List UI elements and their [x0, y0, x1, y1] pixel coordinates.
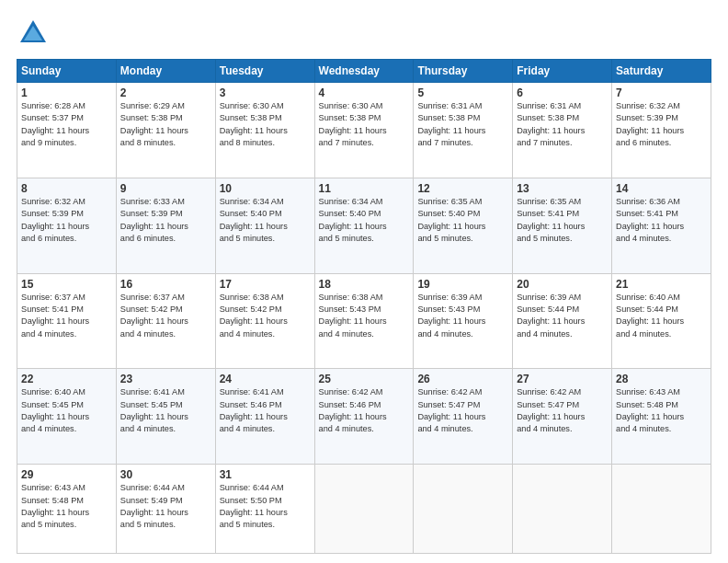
day-info: Sunrise: 6:33 AM Sunset: 5:39 PM Dayligh… [120, 196, 211, 245]
calendar-cell: 7Sunrise: 6:32 AM Sunset: 5:39 PM Daylig… [612, 83, 711, 178]
day-info: Sunrise: 6:39 AM Sunset: 5:43 PM Dayligh… [417, 292, 508, 340]
day-number: 24 [220, 373, 311, 385]
day-number: 11 [319, 182, 410, 195]
day-number: 30 [120, 468, 211, 481]
calendar-cell: 11Sunrise: 6:34 AM Sunset: 5:40 PM Dayli… [314, 178, 414, 273]
calendar-cell: 13Sunrise: 6:35 AM Sunset: 5:41 PM Dayli… [513, 178, 612, 273]
day-info: Sunrise: 6:44 AM Sunset: 5:50 PM Dayligh… [220, 482, 311, 531]
day-number: 4 [319, 86, 410, 99]
day-number: 19 [417, 278, 508, 291]
day-info: Sunrise: 6:37 AM Sunset: 5:42 PM Dayligh… [120, 292, 211, 340]
calendar-cell: 27Sunrise: 6:42 AM Sunset: 5:47 PM Dayli… [513, 369, 612, 465]
day-info: Sunrise: 6:30 AM Sunset: 5:38 PM Dayligh… [319, 100, 410, 149]
day-number: 17 [220, 278, 311, 291]
logo [17, 17, 53, 50]
calendar-cell: 18Sunrise: 6:38 AM Sunset: 5:43 PM Dayli… [314, 273, 414, 369]
day-number: 13 [517, 182, 608, 195]
calendar-cell: 17Sunrise: 6:38 AM Sunset: 5:42 PM Dayli… [215, 273, 314, 369]
weekday-header: Thursday [414, 60, 513, 83]
calendar-cell: 19Sunrise: 6:39 AM Sunset: 5:43 PM Dayli… [414, 273, 513, 369]
day-info: Sunrise: 6:32 AM Sunset: 5:39 PM Dayligh… [21, 196, 112, 245]
day-number: 1 [21, 86, 112, 99]
weekday-header: Saturday [612, 60, 711, 83]
calendar-cell: 21Sunrise: 6:40 AM Sunset: 5:44 PM Dayli… [612, 273, 711, 369]
calendar-cell: 28Sunrise: 6:43 AM Sunset: 5:48 PM Dayli… [612, 369, 711, 465]
calendar-cell: 1Sunrise: 6:28 AM Sunset: 5:37 PM Daylig… [17, 83, 117, 178]
day-number: 18 [319, 278, 410, 291]
weekday-header: Monday [116, 60, 215, 83]
calendar-cell: 14Sunrise: 6:36 AM Sunset: 5:41 PM Dayli… [612, 178, 711, 273]
day-info: Sunrise: 6:38 AM Sunset: 5:42 PM Dayligh… [220, 292, 311, 340]
day-info: Sunrise: 6:35 AM Sunset: 5:41 PM Dayligh… [517, 196, 608, 245]
day-number: 12 [417, 182, 508, 195]
day-info: Sunrise: 6:43 AM Sunset: 5:48 PM Dayligh… [21, 482, 112, 531]
calendar-cell: 30Sunrise: 6:44 AM Sunset: 5:49 PM Dayli… [116, 465, 215, 554]
day-info: Sunrise: 6:29 AM Sunset: 5:38 PM Dayligh… [120, 100, 211, 149]
day-number: 9 [120, 182, 211, 195]
weekday-header: Tuesday [215, 60, 314, 83]
day-info: Sunrise: 6:34 AM Sunset: 5:40 PM Dayligh… [220, 196, 311, 245]
day-number: 27 [517, 373, 608, 385]
day-number: 31 [220, 468, 311, 481]
calendar-cell: 26Sunrise: 6:42 AM Sunset: 5:47 PM Dayli… [414, 369, 513, 465]
day-info: Sunrise: 6:44 AM Sunset: 5:49 PM Dayligh… [120, 482, 211, 531]
calendar-cell: 10Sunrise: 6:34 AM Sunset: 5:40 PM Dayli… [215, 178, 314, 273]
day-info: Sunrise: 6:37 AM Sunset: 5:41 PM Dayligh… [21, 292, 112, 340]
calendar-cell: 16Sunrise: 6:37 AM Sunset: 5:42 PM Dayli… [116, 273, 215, 369]
calendar-cell [414, 465, 513, 554]
day-info: Sunrise: 6:38 AM Sunset: 5:43 PM Dayligh… [319, 292, 410, 340]
calendar-cell [513, 465, 612, 554]
day-info: Sunrise: 6:43 AM Sunset: 5:48 PM Dayligh… [616, 386, 707, 435]
calendar-cell: 12Sunrise: 6:35 AM Sunset: 5:40 PM Dayli… [414, 178, 513, 273]
day-number: 15 [21, 278, 112, 291]
logo-icon [17, 17, 50, 50]
day-number: 6 [517, 86, 608, 99]
weekday-header: Sunday [17, 60, 117, 83]
calendar-cell [612, 465, 711, 554]
weekday-header: Friday [513, 60, 612, 83]
weekday-header: Wednesday [314, 60, 414, 83]
day-info: Sunrise: 6:42 AM Sunset: 5:47 PM Dayligh… [417, 386, 508, 435]
day-number: 3 [220, 86, 311, 99]
day-number: 20 [517, 278, 608, 291]
day-number: 5 [417, 86, 508, 99]
day-number: 16 [120, 278, 211, 291]
calendar-cell: 9Sunrise: 6:33 AM Sunset: 5:39 PM Daylig… [116, 178, 215, 273]
day-number: 22 [21, 373, 112, 385]
day-info: Sunrise: 6:34 AM Sunset: 5:40 PM Dayligh… [319, 196, 410, 245]
day-info: Sunrise: 6:39 AM Sunset: 5:44 PM Dayligh… [517, 292, 608, 340]
calendar-cell: 31Sunrise: 6:44 AM Sunset: 5:50 PM Dayli… [215, 465, 314, 554]
day-number: 29 [21, 468, 112, 481]
day-info: Sunrise: 6:41 AM Sunset: 5:45 PM Dayligh… [120, 386, 211, 435]
day-info: Sunrise: 6:31 AM Sunset: 5:38 PM Dayligh… [517, 100, 608, 149]
day-info: Sunrise: 6:35 AM Sunset: 5:40 PM Dayligh… [417, 196, 508, 245]
day-info: Sunrise: 6:36 AM Sunset: 5:41 PM Dayligh… [616, 196, 707, 245]
calendar-cell: 29Sunrise: 6:43 AM Sunset: 5:48 PM Dayli… [17, 465, 117, 554]
day-info: Sunrise: 6:41 AM Sunset: 5:46 PM Dayligh… [220, 386, 311, 435]
day-info: Sunrise: 6:42 AM Sunset: 5:46 PM Dayligh… [319, 386, 410, 435]
day-info: Sunrise: 6:28 AM Sunset: 5:37 PM Dayligh… [21, 100, 112, 149]
day-number: 7 [616, 86, 707, 99]
calendar-cell: 23Sunrise: 6:41 AM Sunset: 5:45 PM Dayli… [116, 369, 215, 465]
day-info: Sunrise: 6:40 AM Sunset: 5:45 PM Dayligh… [21, 386, 112, 435]
day-number: 14 [616, 182, 707, 195]
day-number: 2 [120, 86, 211, 99]
calendar-cell: 2Sunrise: 6:29 AM Sunset: 5:38 PM Daylig… [116, 83, 215, 178]
day-info: Sunrise: 6:31 AM Sunset: 5:38 PM Dayligh… [417, 100, 508, 149]
header [17, 17, 711, 50]
calendar-cell: 15Sunrise: 6:37 AM Sunset: 5:41 PM Dayli… [17, 273, 117, 369]
calendar-cell: 20Sunrise: 6:39 AM Sunset: 5:44 PM Dayli… [513, 273, 612, 369]
calendar-table: SundayMondayTuesdayWednesdayThursdayFrid… [17, 59, 711, 554]
day-info: Sunrise: 6:42 AM Sunset: 5:47 PM Dayligh… [517, 386, 608, 435]
calendar-cell: 5Sunrise: 6:31 AM Sunset: 5:38 PM Daylig… [414, 83, 513, 178]
calendar-cell: 8Sunrise: 6:32 AM Sunset: 5:39 PM Daylig… [17, 178, 117, 273]
day-number: 23 [120, 373, 211, 385]
calendar-cell: 6Sunrise: 6:31 AM Sunset: 5:38 PM Daylig… [513, 83, 612, 178]
day-number: 8 [21, 182, 112, 195]
calendar-cell: 3Sunrise: 6:30 AM Sunset: 5:38 PM Daylig… [215, 83, 314, 178]
calendar-cell: 24Sunrise: 6:41 AM Sunset: 5:46 PM Dayli… [215, 369, 314, 465]
day-number: 28 [616, 373, 707, 385]
calendar-cell: 22Sunrise: 6:40 AM Sunset: 5:45 PM Dayli… [17, 369, 117, 465]
day-number: 10 [220, 182, 311, 195]
calendar-cell [314, 465, 414, 554]
